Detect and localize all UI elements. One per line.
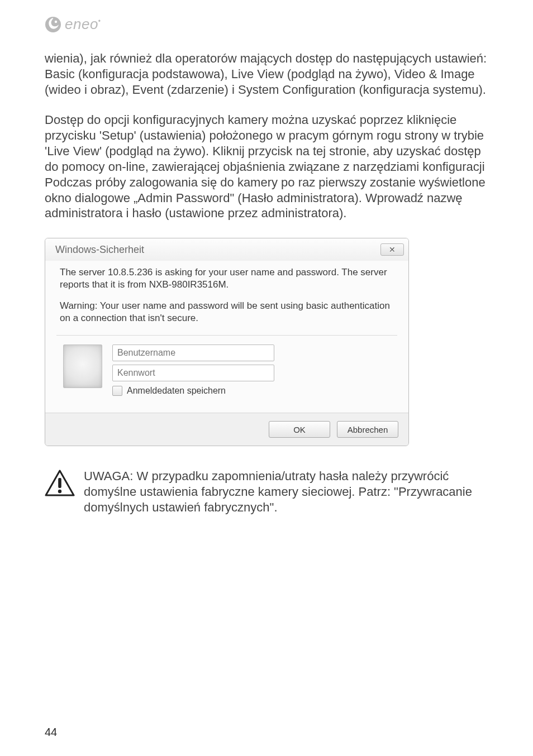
username-input[interactable] xyxy=(112,344,274,361)
cancel-button[interactable]: Abbrechen xyxy=(337,421,398,438)
svg-point-0 xyxy=(45,17,61,32)
paragraph-1: wienia), jak również dla operatorów mają… xyxy=(45,51,494,98)
remember-checkbox[interactable] xyxy=(112,386,122,396)
svg-point-1 xyxy=(55,20,57,22)
svg-point-3 xyxy=(58,490,61,493)
page-number: 44 xyxy=(45,726,57,739)
brand-logo: eneo• xyxy=(45,16,494,33)
password-input[interactable] xyxy=(112,365,274,381)
logo-text: eneo• xyxy=(65,16,101,33)
ok-button[interactable]: OK xyxy=(269,421,330,438)
user-avatar-icon xyxy=(63,344,102,388)
paragraph-2: Dostęp do opcji konfiguracyjnych kamery … xyxy=(45,112,494,175)
close-icon: ✕ xyxy=(389,245,396,254)
dialog-title: Windows-Sicherheit xyxy=(55,244,380,256)
dialog-message: The server 10.8.5.236 is asking for your… xyxy=(60,266,394,291)
warning-triangle-icon xyxy=(45,470,75,499)
dialog-titlebar: Windows-Sicherheit ✕ xyxy=(45,238,408,261)
svg-rect-2 xyxy=(58,478,61,488)
note-text: UWAGA: W przypadku zapomnienia/utraty ha… xyxy=(84,468,494,515)
close-button[interactable]: ✕ xyxy=(380,243,404,256)
remember-label: Anmeldedaten speichern xyxy=(127,386,226,396)
auth-dialog: Windows-Sicherheit ✕ The server 10.8.5.2… xyxy=(45,238,409,446)
dialog-warning: Warning: Your user name and password wil… xyxy=(60,300,394,324)
paragraph-3: Podczas próby zalogowania się do kamery … xyxy=(45,175,494,222)
logo-swirl-icon xyxy=(45,16,61,33)
